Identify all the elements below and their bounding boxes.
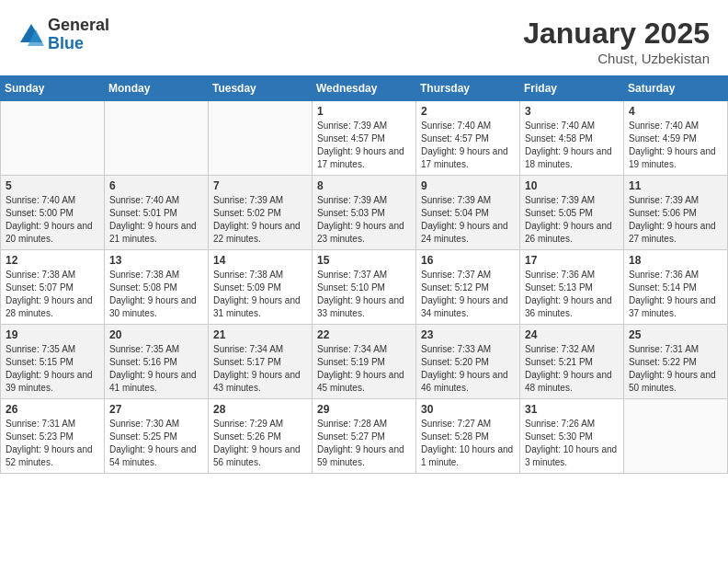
calendar-day-cell: 17 Sunrise: 7:36 AM Sunset: 5:13 PM Dayl… — [520, 250, 624, 325]
calendar-day-cell: 10 Sunrise: 7:39 AM Sunset: 5:05 PM Dayl… — [520, 176, 624, 250]
daylight-label: Daylight: 9 hours and 45 minutes. — [317, 370, 404, 393]
sunrise-label: Sunrise: 7:34 AM — [317, 344, 387, 354]
day-number: 22 — [317, 328, 411, 341]
day-number: 9 — [421, 179, 515, 192]
calendar-day-cell: 19 Sunrise: 7:35 AM Sunset: 5:15 PM Dayl… — [1, 325, 105, 399]
weekday-header-friday: Friday — [520, 76, 624, 101]
calendar-day-cell: 20 Sunrise: 7:35 AM Sunset: 5:16 PM Dayl… — [105, 325, 209, 399]
day-info: Sunrise: 7:39 AM Sunset: 4:57 PM Dayligh… — [317, 120, 411, 171]
sunset-label: Sunset: 5:25 PM — [109, 431, 177, 442]
day-info: Sunrise: 7:26 AM Sunset: 5:30 PM Dayligh… — [525, 418, 619, 469]
sunrise-label: Sunrise: 7:34 AM — [213, 344, 283, 354]
calendar-day-cell: 8 Sunrise: 7:39 AM Sunset: 5:03 PM Dayli… — [313, 176, 416, 250]
sunset-label: Sunset: 4:58 PM — [525, 133, 593, 144]
page: General Blue January 2025 Chust, Uzbekis… — [0, 0, 728, 563]
sunset-label: Sunset: 4:59 PM — [629, 133, 697, 144]
weekday-header-tuesday: Tuesday — [209, 76, 313, 101]
daylight-label: Daylight: 9 hours and 41 minutes. — [109, 370, 197, 393]
calendar-week-row: 19 Sunrise: 7:35 AM Sunset: 5:15 PM Dayl… — [1, 325, 728, 399]
sunset-label: Sunset: 5:21 PM — [525, 357, 593, 367]
daylight-label: Daylight: 9 hours and 19 minutes. — [629, 146, 716, 169]
day-info: Sunrise: 7:33 AM Sunset: 5:20 PM Dayligh… — [421, 343, 515, 395]
calendar-day-cell: 15 Sunrise: 7:37 AM Sunset: 5:10 PM Dayl… — [313, 250, 416, 325]
day-number: 8 — [317, 179, 411, 192]
day-number: 14 — [213, 254, 307, 267]
title-block: January 2025 Chust, Uzbekistan — [523, 17, 710, 66]
calendar-day-cell: 7 Sunrise: 7:39 AM Sunset: 5:02 PM Dayli… — [209, 176, 313, 250]
day-info: Sunrise: 7:40 AM Sunset: 4:59 PM Dayligh… — [629, 120, 722, 171]
day-info: Sunrise: 7:38 AM Sunset: 5:09 PM Dayligh… — [213, 269, 307, 320]
day-info: Sunrise: 7:36 AM Sunset: 5:14 PM Dayligh… — [629, 269, 722, 320]
weekday-header-thursday: Thursday — [416, 76, 520, 101]
sunrise-label: Sunrise: 7:26 AM — [525, 419, 595, 429]
sunset-label: Sunset: 5:02 PM — [213, 208, 281, 218]
sunrise-label: Sunrise: 7:39 AM — [317, 195, 387, 205]
logo-general: General — [48, 17, 109, 35]
calendar-day-cell: 4 Sunrise: 7:40 AM Sunset: 4:59 PM Dayli… — [624, 101, 728, 176]
sunset-label: Sunset: 5:01 PM — [109, 208, 177, 218]
day-info: Sunrise: 7:39 AM Sunset: 5:05 PM Dayligh… — [525, 194, 619, 246]
day-number: 7 — [213, 179, 307, 192]
sunset-label: Sunset: 5:27 PM — [317, 431, 385, 442]
day-number: 18 — [629, 254, 722, 267]
sunset-label: Sunset: 5:30 PM — [525, 431, 593, 442]
sunset-label: Sunset: 5:05 PM — [525, 208, 593, 218]
calendar-day-cell: 2 Sunrise: 7:40 AM Sunset: 4:57 PM Dayli… — [416, 101, 520, 176]
sunrise-label: Sunrise: 7:35 AM — [109, 344, 179, 354]
calendar-day-cell: 28 Sunrise: 7:29 AM Sunset: 5:26 PM Dayl… — [209, 399, 313, 474]
sunrise-label: Sunrise: 7:38 AM — [6, 270, 75, 280]
day-number: 27 — [109, 403, 203, 416]
daylight-label: Daylight: 9 hours and 31 minutes. — [213, 295, 301, 318]
weekday-header-wednesday: Wednesday — [313, 76, 416, 101]
daylight-label: Daylight: 9 hours and 21 minutes. — [109, 221, 197, 244]
daylight-label: Daylight: 9 hours and 17 minutes. — [421, 146, 508, 169]
daylight-label: Daylight: 9 hours and 54 minutes. — [109, 444, 197, 467]
sunrise-label: Sunrise: 7:35 AM — [6, 344, 75, 354]
calendar-day-cell: 29 Sunrise: 7:28 AM Sunset: 5:27 PM Dayl… — [313, 399, 416, 474]
day-info: Sunrise: 7:35 AM Sunset: 5:16 PM Dayligh… — [109, 343, 203, 395]
day-info: Sunrise: 7:40 AM Sunset: 5:01 PM Dayligh… — [109, 194, 203, 246]
day-number: 25 — [629, 328, 722, 341]
daylight-label: Daylight: 9 hours and 37 minutes. — [629, 295, 716, 318]
calendar-day-cell — [209, 101, 313, 176]
sunrise-label: Sunrise: 7:28 AM — [317, 419, 387, 429]
day-number: 17 — [525, 254, 619, 267]
calendar-week-row: 5 Sunrise: 7:40 AM Sunset: 5:00 PM Dayli… — [1, 176, 728, 250]
sunrise-label: Sunrise: 7:33 AM — [421, 344, 491, 354]
day-info: Sunrise: 7:40 AM Sunset: 4:57 PM Dayligh… — [421, 120, 515, 171]
calendar-day-cell: 13 Sunrise: 7:38 AM Sunset: 5:08 PM Dayl… — [105, 250, 209, 325]
calendar-day-cell: 30 Sunrise: 7:27 AM Sunset: 5:28 PM Dayl… — [416, 399, 520, 474]
daylight-label: Daylight: 9 hours and 34 minutes. — [421, 295, 508, 318]
day-number: 15 — [317, 254, 411, 267]
calendar-day-cell: 24 Sunrise: 7:32 AM Sunset: 5:21 PM Dayl… — [520, 325, 624, 399]
daylight-label: Daylight: 9 hours and 30 minutes. — [109, 295, 197, 318]
day-number: 10 — [525, 179, 619, 192]
sunset-label: Sunset: 5:22 PM — [629, 357, 697, 367]
day-number: 20 — [109, 328, 203, 341]
sunrise-label: Sunrise: 7:40 AM — [629, 121, 699, 131]
weekday-header-monday: Monday — [105, 76, 209, 101]
calendar-day-cell — [105, 101, 209, 176]
day-number: 19 — [6, 328, 99, 341]
sunrise-label: Sunrise: 7:39 AM — [317, 121, 387, 131]
sunset-label: Sunset: 5:20 PM — [421, 357, 489, 367]
sunset-label: Sunset: 5:13 PM — [525, 282, 593, 293]
calendar-day-cell: 5 Sunrise: 7:40 AM Sunset: 5:00 PM Dayli… — [1, 176, 105, 250]
sunset-label: Sunset: 5:00 PM — [6, 208, 74, 218]
sunset-label: Sunset: 5:26 PM — [213, 431, 281, 442]
day-info: Sunrise: 7:36 AM Sunset: 5:13 PM Dayligh… — [525, 269, 619, 320]
sunrise-label: Sunrise: 7:38 AM — [213, 270, 283, 280]
calendar-day-cell: 3 Sunrise: 7:40 AM Sunset: 4:58 PM Dayli… — [520, 101, 624, 176]
daylight-label: Daylight: 9 hours and 56 minutes. — [213, 444, 301, 467]
sunrise-label: Sunrise: 7:40 AM — [109, 195, 179, 205]
day-info: Sunrise: 7:39 AM Sunset: 5:02 PM Dayligh… — [213, 194, 307, 246]
daylight-label: Daylight: 10 hours and 3 minutes. — [525, 444, 617, 467]
day-number: 12 — [6, 254, 99, 267]
calendar-day-cell: 31 Sunrise: 7:26 AM Sunset: 5:30 PM Dayl… — [520, 399, 624, 474]
sunrise-label: Sunrise: 7:39 AM — [629, 195, 699, 205]
sunrise-label: Sunrise: 7:39 AM — [421, 195, 491, 205]
logo-icon — [18, 22, 44, 48]
sunset-label: Sunset: 5:03 PM — [317, 208, 385, 218]
daylight-label: Daylight: 9 hours and 22 minutes. — [213, 221, 301, 244]
day-info: Sunrise: 7:31 AM Sunset: 5:22 PM Dayligh… — [629, 343, 722, 395]
